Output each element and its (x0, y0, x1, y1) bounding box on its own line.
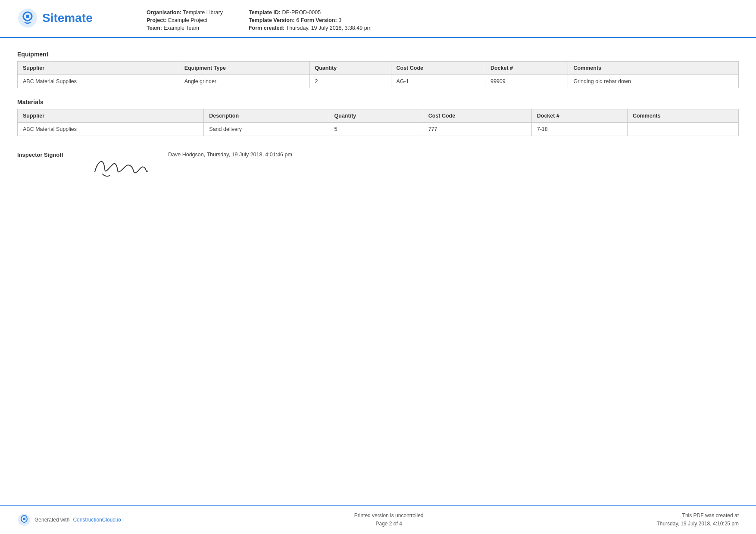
team-label: Team: (147, 25, 162, 31)
materials-costcode: 777 (423, 123, 531, 136)
organisation-row: Organisation: Template Library (147, 9, 223, 16)
template-version-label: Template Version: (249, 17, 295, 23)
footer-created-label: This PDF was created at (656, 512, 739, 520)
form-created-row: Form created: Thursday, 19 July 2018, 3:… (249, 25, 372, 31)
project-row: Project: Example Project (147, 17, 223, 23)
materials-section-heading: Materials (17, 99, 739, 106)
page-footer: Generated with ConstructionCloud.io Prin… (0, 505, 756, 534)
materials-col-quantity: Quantity (329, 109, 423, 123)
materials-quantity: 5 (329, 123, 423, 136)
form-version-value: 3 (338, 17, 341, 23)
header-meta-left: Organisation: Template Library Project: … (147, 9, 223, 31)
project-label: Project: (147, 17, 167, 23)
materials-description: Sand delivery (204, 123, 329, 136)
materials-col-costcode: Cost Code (423, 109, 531, 123)
footer-center: Printed version is uncontrolled Page 2 o… (354, 512, 424, 528)
equipment-docket: 99909 (485, 75, 568, 88)
team-row: Team: Example Team (147, 25, 223, 31)
footer-uncontrolled-text: Printed version is uncontrolled (354, 512, 424, 520)
form-created-value: Thursday, 19 July 2018, 3:38:49 pm (286, 25, 372, 31)
equipment-col-comments: Comments (568, 62, 739, 75)
main-content: Equipment Supplier Equipment Type Quanti… (0, 38, 756, 217)
logo-text: Sitemate (42, 11, 93, 25)
template-id-label: Template ID: (249, 9, 281, 16)
materials-table: Supplier Description Quantity Cost Code … (17, 109, 739, 136)
form-version-label: Form Version: (301, 17, 337, 23)
header-meta-right: Template ID: DP-PROD-0005 Template Versi… (249, 9, 372, 31)
equipment-table-header: Supplier Equipment Type Quantity Cost Co… (18, 62, 739, 75)
template-version-value: 6 (296, 17, 299, 23)
footer-created-value: Thursday, 19 July 2018, 4:10:25 pm (656, 520, 739, 528)
form-created-label: Form created: (249, 25, 284, 31)
equipment-comments: Grinding old rebar down (568, 75, 739, 88)
footer-link[interactable]: ConstructionCloud.io (73, 517, 121, 523)
svg-point-1 (26, 15, 29, 18)
page-header: Sitemate Organisation: Template Library … (0, 0, 756, 38)
equipment-costcode: AG-1 (391, 75, 485, 88)
organisation-value: Template Library (183, 9, 223, 16)
footer-logo-icon (17, 513, 31, 527)
materials-col-supplier: Supplier (18, 109, 204, 123)
materials-docket: 7-18 (531, 123, 627, 136)
materials-col-description: Description (204, 109, 329, 123)
equipment-col-supplier: Supplier (18, 62, 179, 75)
footer-left: Generated with ConstructionCloud.io (17, 513, 121, 527)
footer-right: This PDF was created at Thursday, 19 Jul… (656, 512, 739, 528)
equipment-table: Supplier Equipment Type Quantity Cost Co… (17, 61, 739, 88)
equipment-section-heading: Equipment (17, 51, 739, 58)
svg-point-3 (23, 518, 25, 520)
signature-svg (86, 150, 155, 180)
sitemate-logo-icon (17, 8, 38, 28)
template-id-value: DP-PROD-0005 (282, 9, 321, 16)
signature-image (86, 148, 155, 183)
equipment-col-type: Equipment Type (179, 62, 309, 75)
team-value: Example Team (163, 25, 199, 31)
signoff-label: Inspector Signoff (17, 148, 73, 158)
equipment-supplier: ABC Material Supplies (18, 75, 179, 88)
equipment-col-docket: Docket # (485, 62, 568, 75)
template-id-row: Template ID: DP-PROD-0005 (249, 9, 372, 16)
materials-table-header: Supplier Description Quantity Cost Code … (18, 109, 739, 123)
signoff-section: Inspector Signoff Dave Hodgson, Thursday… (17, 148, 739, 183)
equipment-type: Angle grinder (179, 75, 309, 88)
materials-supplier: ABC Material Supplies (18, 123, 204, 136)
equipment-table-body: ABC Material Supplies Angle grinder 2 AG… (18, 75, 739, 88)
materials-comments (627, 123, 738, 136)
project-value: Example Project (168, 17, 207, 23)
logo-area: Sitemate (17, 8, 129, 28)
materials-col-docket: Docket # (531, 109, 627, 123)
materials-col-comments: Comments (627, 109, 738, 123)
header-meta: Organisation: Template Library Project: … (147, 8, 739, 31)
version-row: Template Version: 6 Form Version: 3 (249, 17, 372, 23)
equipment-col-costcode: Cost Code (391, 62, 485, 75)
footer-page-number: Page 2 of 4 (354, 520, 424, 528)
equipment-quantity: 2 (309, 75, 391, 88)
table-row: ABC Material Supplies Sand delivery 5 77… (18, 123, 739, 136)
materials-table-body: ABC Material Supplies Sand delivery 5 77… (18, 123, 739, 136)
signoff-text: Dave Hodgson, Thursday, 19 July 2018, 4:… (168, 148, 292, 158)
organisation-label: Organisation: (147, 9, 181, 16)
equipment-col-quantity: Quantity (309, 62, 391, 75)
footer-generated-text: Generated with (34, 517, 69, 523)
table-row: ABC Material Supplies Angle grinder 2 AG… (18, 75, 739, 88)
